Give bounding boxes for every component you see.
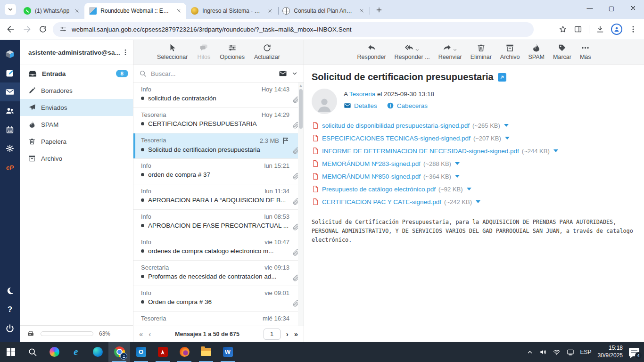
tab-plan-anual[interactable]: Consulta del Plan Anual de Con	[278, 3, 369, 19]
attachment-item[interactable]: solicitud de disponibilidad presupuestar…	[312, 122, 509, 129]
file-explorer-icon[interactable]	[195, 342, 217, 362]
chrome-menu-icon[interactable]	[629, 25, 637, 33]
notification-center-button[interactable]: 4	[629, 348, 639, 356]
compose-button[interactable]	[0, 64, 20, 82]
acrobat-icon[interactable]	[152, 342, 173, 362]
folder-options-icon[interactable]	[122, 49, 129, 56]
calendar-nav-icon[interactable]	[0, 120, 20, 139]
attachment-item[interactable]: ESPECIFICACIONES TECNICAS-signed-signed.…	[312, 134, 510, 142]
message-row[interactable]: Tesoreriamié 16:34	[133, 312, 304, 326]
last-page-icon[interactable]: »	[294, 330, 298, 338]
attachment-item[interactable]: INFORME DE DETERMINACION DE NECESIDAD-si…	[312, 147, 558, 155]
delete-button[interactable]: Eliminar	[471, 43, 492, 60]
attachment-menu-caret-icon[interactable]	[467, 188, 471, 190]
edge-icon[interactable]	[87, 342, 108, 362]
sidebar-item-enviados[interactable]: Enviados	[20, 99, 133, 116]
message-row[interactable]: InfoHoy 14:43 solicitud de contratación	[133, 82, 304, 108]
address-bar[interactable]: webmail.sanjuan.gob.ec/cpsess2879723216/…	[53, 22, 534, 37]
profile-icon[interactable]	[611, 24, 622, 35]
attachment-item[interactable]: MEMORÁNDUM Nº283-signed.pdf (~288 KB)	[312, 160, 460, 167]
message-row[interactable]: TesoreriaHoy 14:29 CERTIFICACION PRESUPU…	[133, 108, 304, 133]
archive-button[interactable]: Archivo	[500, 43, 520, 60]
attachment-menu-caret-icon[interactable]	[505, 137, 510, 140]
wifi-icon[interactable]	[553, 348, 561, 356]
refresh-button[interactable]: Actualizar	[254, 43, 280, 60]
cast-icon[interactable]	[567, 348, 574, 356]
word-icon[interactable]: W	[217, 342, 239, 362]
headers-link[interactable]: Cabeceras	[387, 102, 428, 109]
settings-nav-icon[interactable]	[0, 139, 20, 158]
sidebar-item-entrada[interactable]: Entrada 8	[20, 65, 133, 82]
attachment-menu-caret-icon[interactable]	[553, 149, 558, 152]
dropdown-caret-icon[interactable]	[415, 48, 420, 52]
chrome-taskbar-icon[interactable]	[108, 342, 130, 362]
first-page-icon[interactable]: «	[139, 330, 143, 338]
mail-nav-icon[interactable]	[0, 82, 20, 101]
taskbar-search-icon[interactable]	[22, 342, 43, 362]
firefox-icon[interactable]	[173, 342, 195, 362]
threads-button[interactable]: Hilos	[197, 43, 210, 60]
flag-icon[interactable]	[282, 137, 289, 144]
copilot-icon[interactable]	[43, 342, 65, 362]
maximize-button[interactable]: ▢	[601, 0, 622, 16]
message-row[interactable]: Infovie 10:47 ordenes de compra catalogo…	[133, 235, 304, 261]
url-text[interactable]: webmail.sanjuan.gob.ec/cpsess2879723216/…	[72, 26, 352, 33]
tab-search-button[interactable]	[5, 4, 16, 15]
logout-power-icon[interactable]	[0, 319, 20, 338]
search-input[interactable]	[151, 70, 274, 77]
start-button[interactable]	[0, 342, 22, 362]
sidebar-item-spam[interactable]: SPAM	[20, 116, 133, 133]
spam-button[interactable]: SPAM	[528, 43, 545, 60]
side-panel-icon[interactable]	[574, 25, 582, 33]
more-button[interactable]: Más	[580, 43, 591, 60]
tab-close-icon[interactable]	[73, 7, 81, 15]
prev-page-icon[interactable]: ‹	[149, 330, 151, 338]
message-row[interactable]: Infovie 09:01 Orden de compra # 36	[133, 286, 304, 312]
sidebar-item-papelera[interactable]: Papelera	[20, 133, 133, 150]
mark-button[interactable]: Marcar	[553, 43, 571, 60]
message-row-selected[interactable]: Tesoreria 2.3 MB Solicitud de certificac…	[133, 133, 304, 159]
clock[interactable]: 15:18 30/9/2025	[598, 345, 623, 359]
minimize-button[interactable]: —	[579, 0, 601, 16]
attachment-item[interactable]: MEMORÁNDUM Nº850-signed.pdf (~364 KB)	[312, 173, 460, 180]
forward-button[interactable]: Reenviar	[438, 43, 462, 60]
tab-close-icon[interactable]	[358, 7, 365, 15]
tab-whatsapp[interactable]: (1) WhatsApp	[19, 3, 84, 19]
close-button[interactable]	[622, 0, 644, 16]
reply-all-button[interactable]: Responder ...	[395, 43, 430, 60]
cpanel-icon[interactable]: cP	[0, 158, 20, 177]
next-page-icon[interactable]: ›	[286, 330, 289, 338]
back-icon[interactable]	[5, 23, 17, 35]
bookmark-star-icon[interactable]	[559, 25, 567, 33]
attachment-menu-caret-icon[interactable]	[476, 200, 480, 203]
reply-button[interactable]: Responder	[357, 43, 386, 60]
tab-close-icon[interactable]	[175, 7, 182, 15]
options-button[interactable]: Opciones	[220, 43, 245, 60]
tab-close-icon[interactable]	[266, 7, 274, 15]
message-row[interactable]: Infolun 11:34 APROBACION PARA LA “ADQUIS…	[133, 184, 304, 210]
language-indicator[interactable]: ESP	[580, 349, 592, 355]
attachment-item[interactable]: Presupuesto de catálogo electrónico.pdf …	[312, 185, 471, 193]
dropdown-caret-icon[interactable]	[453, 48, 457, 52]
open-in-new-window-icon[interactable]	[498, 73, 506, 82]
dark-mode-icon[interactable]	[0, 281, 20, 300]
forward-icon[interactable]	[21, 23, 33, 35]
search-options-chevron-icon[interactable]	[291, 70, 298, 77]
site-controls-icon[interactable]	[59, 25, 67, 33]
tray-expand-icon[interactable]	[527, 349, 533, 355]
message-row[interactable]: Infolun 15:21 orden de compra # 37	[133, 159, 304, 184]
sidebar-item-archivo[interactable]: Archivo	[20, 150, 133, 167]
list-scrollbar[interactable]: ▲	[298, 82, 304, 326]
attachment-menu-caret-icon[interactable]	[504, 124, 509, 127]
attachment-menu-caret-icon[interactable]	[455, 162, 460, 165]
reload-icon[interactable]	[37, 23, 49, 35]
attachment-menu-caret-icon[interactable]	[455, 175, 460, 178]
search-scope-mail-icon[interactable]	[279, 69, 287, 78]
outlook-icon[interactable]: O	[130, 342, 152, 362]
page-number-input[interactable]	[264, 329, 281, 340]
scrollbar-thumb[interactable]	[299, 89, 303, 129]
contacts-nav-icon[interactable]	[0, 101, 20, 120]
internet-explorer-icon[interactable]: e	[65, 342, 87, 362]
help-icon[interactable]: ?	[0, 300, 20, 319]
details-link[interactable]: Detalles	[344, 102, 377, 109]
